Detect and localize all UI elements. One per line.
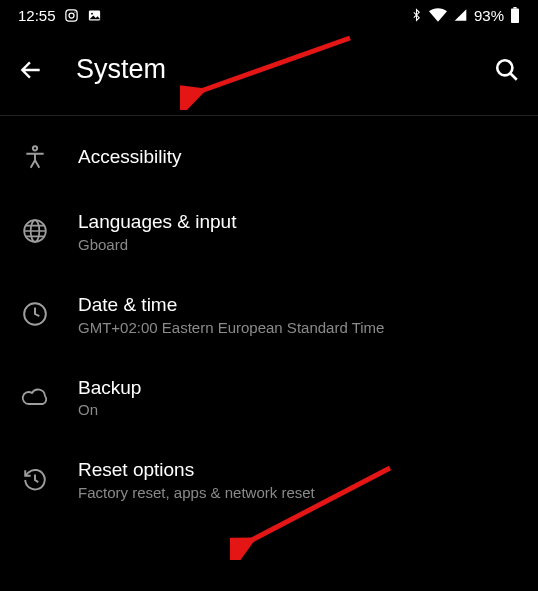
clock-icon bbox=[18, 301, 52, 327]
restore-icon bbox=[18, 467, 52, 493]
svg-point-8 bbox=[33, 146, 37, 150]
battery-icon bbox=[510, 7, 520, 23]
cloud-icon bbox=[18, 386, 52, 408]
svg-point-2 bbox=[74, 11, 75, 12]
status-bar: 12:55 93% bbox=[0, 0, 538, 30]
list-item-languages[interactable]: Languages & input Gboard bbox=[0, 190, 538, 273]
status-time: 12:55 bbox=[18, 7, 56, 24]
accessibility-icon bbox=[18, 144, 52, 170]
app-header: System bbox=[0, 30, 538, 115]
list-item-label: Reset options bbox=[78, 458, 520, 482]
list-item-sub: Factory reset, apps & network reset bbox=[78, 484, 520, 501]
globe-icon bbox=[18, 218, 52, 244]
list-item-label: Backup bbox=[78, 376, 520, 400]
back-button[interactable] bbox=[18, 57, 58, 83]
battery-percent: 93% bbox=[474, 7, 504, 24]
svg-point-7 bbox=[497, 60, 512, 75]
page-title: System bbox=[76, 54, 480, 85]
arrow-left-icon bbox=[18, 57, 44, 83]
bluetooth-icon bbox=[410, 7, 423, 23]
instagram-icon bbox=[64, 8, 79, 23]
signal-icon bbox=[453, 8, 468, 22]
svg-rect-5 bbox=[513, 7, 516, 9]
search-button[interactable] bbox=[480, 57, 520, 83]
list-item-sub: Gboard bbox=[78, 236, 520, 253]
wifi-icon bbox=[429, 8, 447, 22]
list-item-datetime[interactable]: Date & time GMT+02:00 Eastern European S… bbox=[0, 273, 538, 356]
image-icon bbox=[87, 8, 102, 23]
svg-rect-6 bbox=[511, 9, 519, 23]
list-item-reset[interactable]: Reset options Factory reset, apps & netw… bbox=[0, 438, 538, 521]
svg-point-1 bbox=[69, 13, 74, 18]
list-item-accessibility[interactable]: Accessibility bbox=[0, 124, 538, 190]
list-item-sub: GMT+02:00 Eastern European Standard Time bbox=[78, 319, 520, 336]
status-right: 93% bbox=[410, 7, 520, 24]
settings-list: Accessibility Languages & input Gboard D… bbox=[0, 116, 538, 521]
list-item-backup[interactable]: Backup On bbox=[0, 356, 538, 439]
list-item-label: Accessibility bbox=[78, 145, 520, 169]
svg-rect-0 bbox=[65, 9, 76, 20]
list-item-label: Languages & input bbox=[78, 210, 520, 234]
list-item-sub: On bbox=[78, 401, 520, 418]
search-icon bbox=[494, 57, 520, 83]
status-left: 12:55 bbox=[18, 7, 102, 24]
svg-point-4 bbox=[91, 12, 93, 14]
list-item-label: Date & time bbox=[78, 293, 520, 317]
